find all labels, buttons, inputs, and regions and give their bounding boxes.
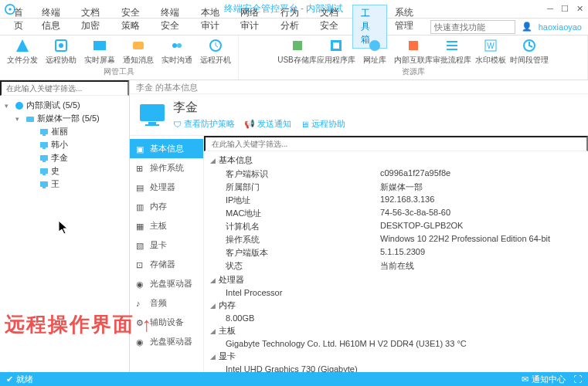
- property-key: 计算机名: [226, 221, 380, 232]
- ribbon-icon: [208, 38, 223, 53]
- svg-rect-27: [40, 181, 48, 187]
- statusbar: ✔ 就绪 ✉ 通知中心 ⛶: [0, 372, 588, 386]
- ribbon-button[interactable]: 网址库: [355, 37, 394, 66]
- ribbon-button[interactable]: 实时沟通: [158, 37, 196, 66]
- collapse-icon[interactable]: ▾: [5, 102, 12, 110]
- nav-item[interactable]: ▧显卡: [130, 235, 203, 255]
- user-name: 李金: [173, 100, 345, 116]
- svg-rect-5: [133, 42, 144, 49]
- property-row: 客户端版本5.1.15.2309: [204, 246, 588, 259]
- nav-item[interactable]: ⚙辅助设备: [130, 313, 203, 332]
- tree-member[interactable]: 李金: [2, 151, 127, 164]
- expand-icon[interactable]: ⛶: [573, 374, 582, 384]
- svg-rect-9: [293, 41, 302, 50]
- collapse-icon[interactable]: ▾: [15, 115, 23, 123]
- action-icon: 🛡: [173, 120, 182, 129]
- tree-member[interactable]: 韩小: [2, 138, 127, 151]
- property-filter-input[interactable]: [204, 136, 588, 151]
- ribbon-label: 远程开机: [200, 55, 231, 66]
- maximize-button[interactable]: ☐: [561, 4, 569, 14]
- collapse-icon[interactable]: ◢: [210, 327, 216, 335]
- property-value: 74-56-3c-8a-58-60: [380, 208, 450, 219]
- property-value: 新媒体一部: [380, 181, 423, 193]
- svg-rect-31: [145, 124, 159, 126]
- collapse-icon[interactable]: ◢: [210, 302, 216, 310]
- quick-search-input[interactable]: [430, 20, 515, 34]
- property-group[interactable]: ◢内存: [204, 298, 588, 313]
- svg-point-6: [172, 43, 177, 48]
- ribbon-label: 内部互联库: [394, 55, 433, 66]
- nav-item[interactable]: ⊞操作系统: [130, 158, 203, 178]
- svg-rect-30: [148, 122, 156, 124]
- ribbon: 文件分发远程协助实时屏幕通知消息实时沟通远程开机 网管工具 USB存储库应用程序…: [0, 36, 588, 80]
- property-value: Intel Processor: [204, 287, 588, 298]
- tree-member[interactable]: 崔丽: [2, 125, 127, 138]
- nav-label: 光盘驱动器: [150, 278, 192, 290]
- ribbon-button[interactable]: W水印模板: [471, 37, 510, 66]
- svg-rect-21: [40, 142, 48, 147]
- property-key: 客户端版本: [226, 247, 380, 259]
- tree-dept[interactable]: ▾ 新媒体一部 (5/5): [2, 112, 127, 125]
- svg-rect-29: [140, 104, 165, 121]
- nav-item[interactable]: ▣基本信息: [130, 139, 203, 158]
- ribbon-button[interactable]: 远程开机: [196, 37, 235, 66]
- sidebar: ▾ 内部测试 (5/5) ▾ 新媒体一部 (5/5) 崔丽韩小李金史王: [0, 80, 130, 372]
- ribbon-button[interactable]: 审批流程库: [433, 37, 471, 66]
- nav-item[interactable]: ♪音频: [130, 293, 203, 313]
- nav-item[interactable]: ▥内存: [130, 197, 203, 216]
- nav-item[interactable]: ▦主板: [130, 216, 203, 235]
- ribbon-button[interactable]: 文件分发: [3, 37, 42, 66]
- ribbon-group-label: 网管工具: [104, 66, 134, 78]
- action-label: 查看防护策略: [184, 118, 235, 130]
- svg-rect-26: [42, 174, 46, 175]
- notification-icon[interactable]: ✉: [522, 374, 529, 384]
- tree-node-label: 韩小: [51, 139, 68, 151]
- property-group[interactable]: ◢基本信息: [204, 153, 588, 168]
- ribbon-button[interactable]: 实时屏幕: [80, 37, 119, 66]
- ribbon-button[interactable]: 时间段管理: [510, 37, 549, 66]
- org-icon: [15, 101, 24, 110]
- ribbon-button[interactable]: 应用程序库: [317, 37, 355, 66]
- property-group[interactable]: ◢处理器: [204, 273, 588, 287]
- ribbon-button[interactable]: 远程协助: [42, 37, 80, 66]
- nav-label: 基本信息: [150, 143, 184, 154]
- user-action-link[interactable]: 🛡查看防护策略: [173, 118, 235, 130]
- collapse-icon[interactable]: ◢: [210, 276, 216, 284]
- nav-item[interactable]: ◉光盘驱动器: [130, 332, 203, 351]
- property-group[interactable]: ◢主板: [204, 323, 588, 338]
- monitor-icon: [139, 103, 165, 127]
- collapse-icon[interactable]: ◢: [210, 157, 216, 164]
- collapse-icon[interactable]: ◢: [210, 353, 216, 361]
- monitor-icon: [39, 180, 49, 189]
- svg-rect-28: [42, 187, 46, 188]
- nav-label: 辅助设备: [150, 317, 184, 328]
- property-value: Intel UHD Graphics 730 (Gigabyte): [204, 364, 588, 372]
- menubar: 首页终端信息文档加密安全策略终端安全本地审计网络审计行为分析文档安全工具箱系统管…: [0, 19, 588, 36]
- user-action-link[interactable]: 🖥远程协助: [301, 118, 345, 130]
- ribbon-icon: W: [483, 38, 498, 53]
- nav-item[interactable]: ⊡存储器: [130, 255, 203, 274]
- tree-filter-input[interactable]: [0, 80, 129, 96]
- tree-member[interactable]: 史: [2, 164, 127, 178]
- property-group[interactable]: ◢显卡: [204, 349, 588, 364]
- ribbon-button[interactable]: 内部互联库: [394, 37, 433, 66]
- property-row: 所属部门新媒体一部: [204, 181, 588, 194]
- ribbon-label: 应用程序库: [317, 55, 355, 66]
- nav-item[interactable]: ▤处理器: [130, 178, 203, 197]
- nav-item[interactable]: ◉光盘驱动器: [130, 274, 203, 293]
- action-icon: 🖥: [301, 120, 309, 129]
- notification-center[interactable]: 通知中心: [532, 374, 566, 385]
- ribbon-button[interactable]: USB存储库: [278, 37, 317, 66]
- tree-root[interactable]: ▾ 内部测试 (5/5): [2, 99, 127, 112]
- current-user[interactable]: haoxiaoyao: [539, 22, 582, 32]
- action-label: 发送通知: [257, 118, 291, 130]
- org-tree: ▾ 内部测试 (5/5) ▾ 新媒体一部 (5/5) 崔丽韩小李金史王: [0, 96, 129, 372]
- user-action-link[interactable]: 📢发送通知: [244, 118, 291, 130]
- close-button[interactable]: ✕: [576, 4, 583, 14]
- monitor-icon: [39, 127, 49, 137]
- nav-icon: ▦: [136, 222, 145, 231]
- ribbon-label: 通知消息: [123, 55, 154, 66]
- tree-member[interactable]: 王: [2, 178, 127, 191]
- ribbon-button[interactable]: 通知消息: [119, 37, 158, 66]
- minimize-button[interactable]: ─: [547, 4, 553, 14]
